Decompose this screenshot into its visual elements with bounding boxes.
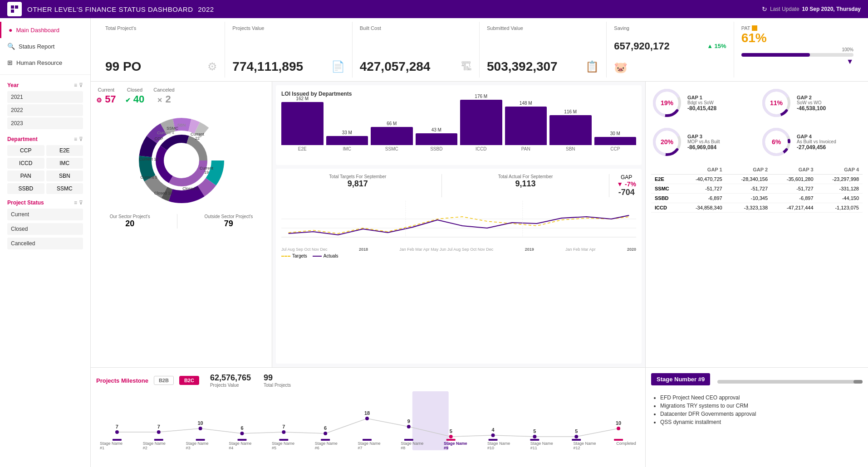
kpi-built-cost-label: Built Cost xyxy=(360,25,472,31)
svg-text:SSMC: SSMC xyxy=(166,126,178,131)
kpi-built-cost: Built Cost 427,057,284 🏗 xyxy=(353,22,480,78)
kpi-built-cost-row: 427,057,284 🏗 xyxy=(360,59,472,74)
kpi-total-projects-label: Total Project's xyxy=(105,25,217,31)
kpi-projects-value-row: 774,111,895 📄 xyxy=(232,59,344,74)
gap3-circle: 20% xyxy=(651,126,683,158)
gap-pct: ▼ -7% xyxy=(617,180,636,188)
main-content: Total Project's 99 PO ⚙ Projects Value 7… xyxy=(91,18,868,467)
year-filter-2023[interactable]: 2023 xyxy=(7,117,83,129)
gap-row-ssmc-dept: SSMC xyxy=(651,184,680,194)
targets-divider2 xyxy=(609,174,609,197)
dept-ccp[interactable]: CCP xyxy=(7,145,44,156)
loi-bar-sbn: 116 M SBN xyxy=(549,109,592,151)
svg-point-54 xyxy=(157,430,161,434)
year-2020: 2020 xyxy=(627,247,636,252)
actuals-value: 9,113 xyxy=(449,179,602,189)
gap1-item: 19% GAP 1 Bdgt vs SoW -80,415,428 xyxy=(651,87,753,119)
kpi-saving-value: 657,920,172 xyxy=(614,40,669,52)
sector-divider xyxy=(177,214,177,229)
milestone-b2b-button[interactable]: B2B xyxy=(154,376,174,385)
svg-text:18: 18 xyxy=(364,410,370,416)
gap-row-iccd-g1: -34,858,340 xyxy=(680,203,726,213)
svg-text:CCP: CCP xyxy=(154,136,163,141)
gap-table-row-ssmc: SSMC -51,727 -51,727 -51,727 -331,128 xyxy=(651,184,863,194)
status-current[interactable]: Current xyxy=(7,209,83,220)
stage-line-chart: 7 7 10 6 xyxy=(96,391,640,450)
gap-circles-row1: 19% GAP 1 Bdgt vs SoW -80,415,428 xyxy=(651,87,863,119)
year-2019: 2019 xyxy=(525,247,534,252)
status-current-count: Current ⚙ 57 xyxy=(96,87,116,105)
sidebar-item-status-report[interactable]: 🔍 Status Report xyxy=(0,38,90,54)
gap-table-g2-header: GAP 2 xyxy=(726,165,771,175)
svg-point-72 xyxy=(407,425,411,428)
funnel-icon[interactable]: ⊽ xyxy=(79,199,83,206)
dept-sbn[interactable]: SBN xyxy=(46,170,83,181)
funnel-icon[interactable]: ⊽ xyxy=(79,82,83,88)
stage-number-header: Stage Number #9 xyxy=(651,373,710,385)
funnel-icon[interactable]: ⊽ xyxy=(79,136,83,142)
dept-ssbd[interactable]: SSBD xyxy=(7,183,44,194)
filter-icon[interactable]: ≡ xyxy=(74,199,77,206)
dept-e2e[interactable]: E2E xyxy=(46,145,83,156)
sidebar-item-main-dashboard[interactable]: ● Main Dashboard xyxy=(0,22,90,38)
dept-ssmc[interactable]: SSMC xyxy=(46,183,83,194)
svg-point-78 xyxy=(491,433,495,437)
gap2-pct: 11% xyxy=(770,99,783,107)
gap-table-row-ssbd: SSBD -6,897 -10,345 -6,897 -44,150 xyxy=(651,194,863,203)
chart-legend: Targets Actuals xyxy=(281,253,636,258)
svg-point-69 xyxy=(365,417,369,420)
pat-color-indicator xyxy=(752,25,757,31)
title-year: 2022 xyxy=(198,5,214,13)
gap-row-iccd-g2: -3,323,138 xyxy=(726,203,771,213)
kpi-bar: Total Project's 99 PO ⚙ Projects Value 7… xyxy=(91,18,868,82)
loi-iccd-bar xyxy=(460,100,502,145)
outside-sector-value: 79 xyxy=(204,219,253,229)
filter-icon[interactable]: ≡ xyxy=(74,82,77,88)
sidebar-item-human-resource[interactable]: ⊞ Human Resource xyxy=(0,54,90,71)
kpi-total-projects-value: 99 PO xyxy=(105,59,141,74)
dept-imc[interactable]: IMC xyxy=(46,158,83,169)
milestone-panel: Projects Milestone B2B B2C 62,576,765 Pr… xyxy=(91,368,646,467)
center-panel: LOI Issued by Departments 162 M E2E 33 M xyxy=(272,82,646,367)
loi-sbn-label: SBN xyxy=(566,146,575,151)
kpi-submitted-value-row: 503,392,307 📋 xyxy=(487,59,599,74)
our-sector: Our Sector Project's 20 xyxy=(110,214,150,229)
stage-scrollbar[interactable] xyxy=(717,380,863,384)
loi-imc-value: 33 M xyxy=(342,130,352,135)
total-actuals: Total Actual For September 9,113 xyxy=(449,174,602,197)
gap-row-e2e-g4: -23,297,998 xyxy=(817,175,863,184)
stage-label-2: Stage Name#2 xyxy=(143,441,166,450)
gap-table-dept-header xyxy=(651,165,680,175)
x-icon: ✕ xyxy=(157,97,162,104)
month-labels-2018: Jul Aug Sep Oct Nov Dec xyxy=(281,247,328,252)
targets-panel: Total Targets For September 9,817 Total … xyxy=(276,169,642,364)
status-cancelled[interactable]: Cancelled xyxy=(7,238,83,249)
gap4-title: GAP 4 xyxy=(797,134,836,139)
dept-iccd[interactable]: ICCD xyxy=(7,158,44,169)
bottom-section: Projects Milestone B2B B2C 62,576,765 Pr… xyxy=(91,367,868,467)
filter-icon[interactable]: ≡ xyxy=(74,136,77,142)
stage-label-10: Stage Name#10 xyxy=(487,441,510,450)
dept-pan[interactable]: PAN xyxy=(7,170,44,181)
gap4-circle: 6% xyxy=(760,126,792,158)
status-section-header: Project Status ≡ ⊽ xyxy=(7,199,83,206)
year-filter-2021[interactable]: 2021 xyxy=(7,91,83,103)
gap2-amount: -46,538,100 xyxy=(797,105,826,112)
year-filter-2022[interactable]: 2022 xyxy=(7,104,83,116)
loi-e2e-bar xyxy=(281,102,324,145)
gap2-title: GAP 2 xyxy=(797,95,826,100)
loi-bar-chart: 162 M E2E 33 M IMC 66 M xyxy=(281,101,636,160)
gap2-circle: 11% xyxy=(760,87,792,119)
loi-bar-ssbd: 43 M SSBD xyxy=(416,127,458,151)
svg-text:19: 19 xyxy=(204,170,208,175)
milestone-b2c-button[interactable]: B2C xyxy=(179,376,199,385)
gap2-info: GAP 2 SoW vs WO -46,538,100 xyxy=(797,95,826,112)
actuals-label: Total Actual For September xyxy=(449,174,602,179)
current-label: Current xyxy=(98,87,114,92)
targets-label: Total Targets For September xyxy=(281,174,434,179)
middle-section: Current ⚙ 57 Closed ✔ 40 xyxy=(91,82,868,367)
svg-point-63 xyxy=(282,430,285,434)
clipboard-icon: 📋 xyxy=(585,60,599,73)
status-closed[interactable]: Closed xyxy=(7,223,83,235)
kpi-submitted-value-value: 503,392,307 xyxy=(487,59,558,74)
